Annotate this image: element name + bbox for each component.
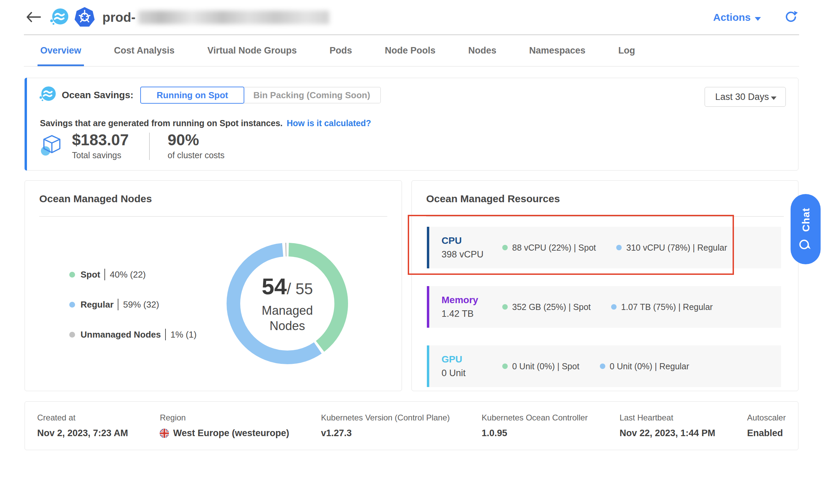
ocean-savings-label: Ocean Savings: [62, 90, 133, 101]
spot-dot-icon [502, 364, 508, 369]
tab-namespaces[interactable]: Namespaces [529, 35, 586, 66]
created-at-item: Created at Nov 2, 2023, 7:23 AM [37, 413, 128, 439]
memory-name: Memory [442, 295, 502, 306]
cluster-info-bar: Created at Nov 2, 2023, 7:23 AM Region [25, 401, 798, 450]
regular-dot-icon [69, 302, 75, 308]
tab-cost-analysis[interactable]: Cost Analysis [114, 35, 175, 66]
cpu-name: CPU [442, 235, 502, 246]
savings-accent-bar [25, 78, 27, 171]
legend-separator [104, 269, 105, 280]
memory-spot-stat: 352 GB (25%) | Spot [502, 302, 591, 312]
ocean-savings-panel: Ocean Savings: Running on Spot Bin Packi… [25, 78, 798, 171]
bin-packing-toggle[interactable]: Bin Packing (Coming Soon) [243, 87, 380, 103]
nodes-legend: Spot 40% (22) Regular 59% (32) Unmanaged… [69, 269, 197, 340]
kubernetes-icon [74, 7, 95, 28]
managed-nodes-title: Ocean Managed Nodes [39, 193, 152, 205]
gpu-resource-row: GPU 0 Unit 0 Unit (0%) | Spot 0 Unit (0%… [427, 345, 781, 387]
page: prod- Actions Overview Cos [0, 0, 823, 504]
total-savings-amount: $183.07 [72, 132, 129, 148]
cpu-total: 398 vCPU [442, 249, 502, 260]
chat-bubble-icon [799, 238, 813, 251]
running-on-spot-toggle[interactable]: Running on Spot [140, 87, 244, 104]
legend-item-unmanaged: Unmanaged Nodes 1% (1) [69, 329, 197, 340]
spot-dot-icon [502, 245, 508, 250]
how-calculated-link[interactable]: How is it calculated? [287, 118, 371, 128]
cluster-title: prod- [102, 10, 329, 25]
tab-virtual-node-groups[interactable]: Virtual Node Groups [207, 35, 297, 66]
back-arrow-icon [26, 11, 41, 24]
chat-button[interactable]: Chat [791, 194, 821, 264]
regular-dot-icon [611, 304, 617, 310]
cube-icon [40, 134, 64, 159]
total-savings-label: Total savings [72, 150, 129, 160]
tab-node-pools[interactable]: Node Pools [385, 35, 436, 66]
redacted-cluster-name [138, 11, 329, 24]
tab-log[interactable]: Log [618, 35, 635, 66]
legend-separator [165, 329, 166, 340]
refresh-button[interactable] [783, 9, 799, 26]
legend-separator [118, 299, 118, 310]
ocean-logo-icon [49, 8, 69, 27]
region-item: Region West Europe (westeurope) [160, 413, 289, 439]
regular-dot-icon [600, 364, 605, 369]
actions-button[interactable]: Actions [711, 11, 763, 24]
managed-resources-title: Ocean Managed Resources [426, 193, 560, 205]
ocean-savings-icon [39, 86, 56, 105]
savings-stats: $183.07 Total savings 90% of cluster cos… [40, 132, 225, 160]
memory-resource-row: Memory 1.42 TB 352 GB (25%) | Spot 1.07 … [427, 286, 781, 328]
legend-item-regular: Regular 59% (32) [69, 299, 197, 310]
gpu-spot-stat: 0 Unit (0%) | Spot [502, 361, 579, 371]
gpu-total: 0 Unit [442, 368, 502, 379]
header: prod- Actions [0, 0, 823, 35]
tab-nodes[interactable]: Nodes [468, 35, 496, 66]
ocean-controller-item: Kubernetes Ocean Controller 1.0.95 [482, 413, 588, 439]
donut-chart [226, 242, 349, 365]
savings-percent: 90% [168, 132, 225, 148]
legend-item-spot: Spot 40% (22) [69, 269, 197, 280]
tab-overview[interactable]: Overview [40, 35, 81, 66]
uk-flag-icon [160, 429, 169, 438]
unmanaged-dot-icon [69, 332, 75, 338]
tab-bar: Overview Cost Analysis Virtual Node Grou… [24, 35, 799, 66]
chevron-down-icon [771, 92, 777, 102]
last-heartbeat-item: Last Heartbeat Nov 22, 2023, 1:44 PM [620, 413, 716, 439]
spot-dot-icon [502, 304, 508, 310]
gpu-regular-stat: 0 Unit (0%) | Regular [600, 361, 689, 371]
memory-regular-stat: 1.07 TB (75%) | Regular [611, 302, 713, 312]
memory-total: 1.42 TB [442, 309, 502, 319]
cpu-resource-row: CPU 398 vCPU 88 vCPU (22%) | Spot 310 vC… [427, 227, 781, 268]
card-divider [426, 216, 784, 217]
refresh-icon [784, 10, 798, 25]
managed-resources-card: Ocean Managed Resources CPU 398 vCPU 88 … [411, 180, 798, 391]
stats-divider [149, 133, 150, 160]
savings-description: Savings that are generated from running … [40, 118, 371, 128]
cpu-spot-stat: 88 vCPU (22%) | Spot [502, 243, 596, 253]
chevron-down-icon [755, 12, 761, 23]
gpu-name: GPU [442, 354, 502, 365]
regular-dot-icon [616, 245, 622, 250]
savings-mode-toggle: Running on Spot Bin Packing (Coming Soon… [140, 87, 381, 104]
cpu-regular-stat: 310 vCPU (78%) | Regular [616, 243, 727, 253]
card-divider [39, 216, 387, 217]
autoscaler-item: Autoscaler Enabled [747, 413, 786, 439]
spot-dot-icon [69, 272, 75, 278]
savings-percent-label: of cluster costs [168, 150, 225, 160]
back-button[interactable] [24, 9, 43, 26]
k8s-version-item: Kubernetes Version (Control Plane) v1.27… [321, 413, 450, 439]
tab-pods[interactable]: Pods [330, 35, 352, 66]
managed-nodes-card: Ocean Managed Nodes Spot 40% (22) Regula… [25, 180, 402, 391]
period-dropdown[interactable]: Last 30 Days [705, 87, 786, 107]
